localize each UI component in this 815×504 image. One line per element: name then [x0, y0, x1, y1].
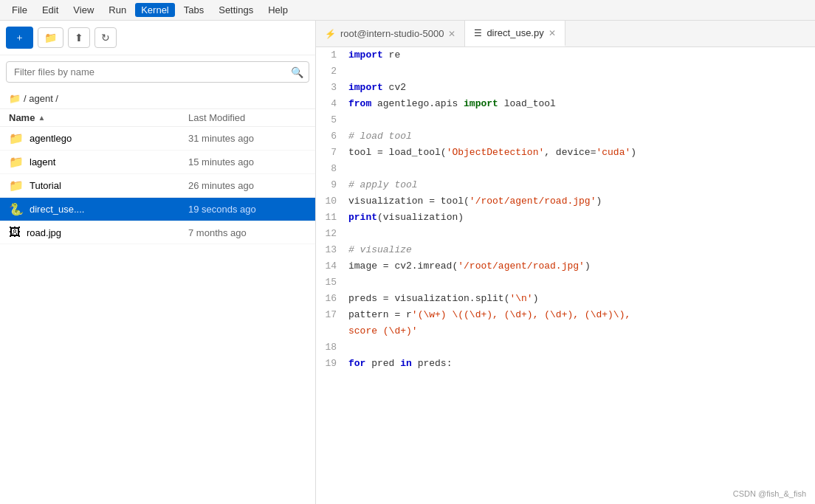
menu-tabs[interactable]: Tabs [178, 3, 210, 17]
file-name: lagent [30, 156, 188, 168]
upload-button[interactable]: ⬆ [68, 27, 90, 48]
search-button[interactable]: 🔍 [291, 66, 303, 78]
code-line-6: 6 # load tool [316, 128, 815, 145]
tab-close-button[interactable]: ✕ [549, 28, 556, 38]
image-file-icon: 🖼 [9, 226, 21, 239]
code-line-16: 16 preds = visualization.split('\n') [316, 291, 815, 307]
file-modified: 7 months ago [188, 227, 306, 238]
folder-icon: 📁 [9, 93, 21, 104]
menu-help[interactable]: Help [262, 3, 294, 17]
new-folder-button[interactable]: 📁 [38, 27, 63, 48]
watermark: CSDN @fish_&_fish [733, 489, 806, 498]
plus-icon: ＋ [15, 31, 24, 44]
tab-direct-use-py[interactable]: ☰ direct_use.py ✕ [465, 21, 565, 46]
tab-terminal[interactable]: ⚡ root@intern-studio-5000 ✕ [316, 21, 465, 46]
list-item[interactable]: 🐍 direct_use.... 19 seconds ago [0, 198, 315, 221]
menu-view[interactable]: View [67, 3, 100, 17]
code-line-9: 9 # apply tool [316, 177, 815, 193]
main-area: ＋ 📁 ⬆ ↻ 🔍 📁 / agent / [0, 21, 815, 504]
code-line-17: 17 pattern = r'(\w+) \((\d+), (\d+), (\d… [316, 307, 815, 339]
search-container: 🔍 [6, 61, 309, 83]
code-line-2: 2 [316, 63, 815, 80]
code-line-18: 18 [316, 339, 815, 356]
menu-kernel[interactable]: Kernel [135, 3, 175, 17]
code-line-7: 7 tool = load_tool('ObjectDetection', de… [316, 145, 815, 161]
column-name-label: Name [9, 112, 35, 123]
file-name: agentlego [30, 133, 188, 144]
file-modified: 19 seconds ago [188, 204, 306, 215]
folder-icon: 📁 [9, 131, 24, 145]
code-line-1: 1 import re [316, 47, 815, 63]
tab-close-button[interactable]: ✕ [448, 29, 455, 39]
upload-icon: ⬆ [75, 32, 83, 44]
code-line-19: 19 for pred in preds: [316, 356, 815, 372]
folder-plus-icon: 📁 [44, 32, 57, 44]
menu-run[interactable]: Run [103, 3, 132, 17]
file-modified: 26 minutes ago [188, 180, 306, 191]
menu-settings[interactable]: Settings [213, 3, 259, 17]
terminal-icon: ⚡ [325, 29, 336, 39]
python-file-icon: 🐍 [9, 202, 24, 216]
file-modified: 31 minutes ago [188, 133, 306, 144]
editor-area: ⚡ root@intern-studio-5000 ✕ ☰ direct_use… [316, 21, 815, 504]
file-name: Tutorial [30, 180, 188, 191]
tab-label: root@intern-studio-5000 [340, 28, 444, 39]
list-item[interactable]: 📁 Tutorial 26 minutes ago [0, 174, 315, 198]
file-icon: ☰ [474, 28, 482, 38]
list-item[interactable]: 📁 agentlego 31 minutes ago [0, 127, 315, 151]
new-file-button[interactable]: ＋ [6, 27, 33, 49]
column-modified-label: Last Modified [188, 112, 306, 123]
file-modified: 15 minutes ago [188, 156, 306, 168]
list-item[interactable]: 📁 lagent 15 minutes ago [0, 151, 315, 174]
menu-bar: File Edit View Run Kernel Tabs Settings … [0, 0, 815, 21]
tab-label: direct_use.py [486, 27, 543, 38]
code-content: 1 import re 2 3 import cv2 4 from agentl… [316, 47, 815, 372]
list-item[interactable]: 🖼 road.jpg 7 months ago [0, 221, 315, 244]
code-line-15: 15 [316, 275, 815, 291]
code-line-4: 4 from agentlego.apis import load_tool [316, 96, 815, 112]
menu-file[interactable]: File [6, 3, 33, 17]
code-line-14: 14 image = cv2.imread('/root/agent/road.… [316, 258, 815, 275]
folder-icon: 📁 [9, 155, 24, 169]
file-name: direct_use.... [30, 204, 188, 215]
search-input[interactable] [6, 61, 309, 83]
code-line-8: 8 [316, 161, 815, 177]
sidebar-toolbar: ＋ 📁 ⬆ ↻ [0, 21, 315, 55]
folder-icon: 📁 [9, 179, 24, 193]
sort-arrow-icon: ▲ [38, 114, 45, 122]
refresh-icon: ↻ [101, 32, 110, 44]
tab-bar: ⚡ root@intern-studio-5000 ✕ ☰ direct_use… [316, 21, 815, 47]
menu-edit[interactable]: Edit [36, 3, 64, 17]
code-line-11: 11 print(visualization) [316, 210, 815, 226]
file-list-header: Name ▲ Last Modified [0, 109, 315, 127]
breadcrumb-path: / agent / [24, 93, 58, 104]
file-list: 📁 agentlego 31 minutes ago 📁 lagent 15 m… [0, 127, 315, 504]
refresh-button[interactable]: ↻ [94, 27, 117, 48]
code-line-10: 10 visualization = tool('/root/agent/roa… [316, 193, 815, 210]
breadcrumb: 📁 / agent / [0, 89, 315, 109]
search-icon: 🔍 [291, 66, 303, 78]
file-browser: ＋ 📁 ⬆ ↻ 🔍 📁 / agent / [0, 21, 316, 504]
file-name: road.jpg [27, 227, 188, 238]
code-editor[interactable]: 1 import re 2 3 import cv2 4 from agentl… [316, 47, 815, 504]
code-line-13: 13 # visualize [316, 242, 815, 258]
code-line-5: 5 [316, 112, 815, 128]
code-line-12: 12 [316, 226, 815, 242]
code-line-3: 3 import cv2 [316, 80, 815, 96]
